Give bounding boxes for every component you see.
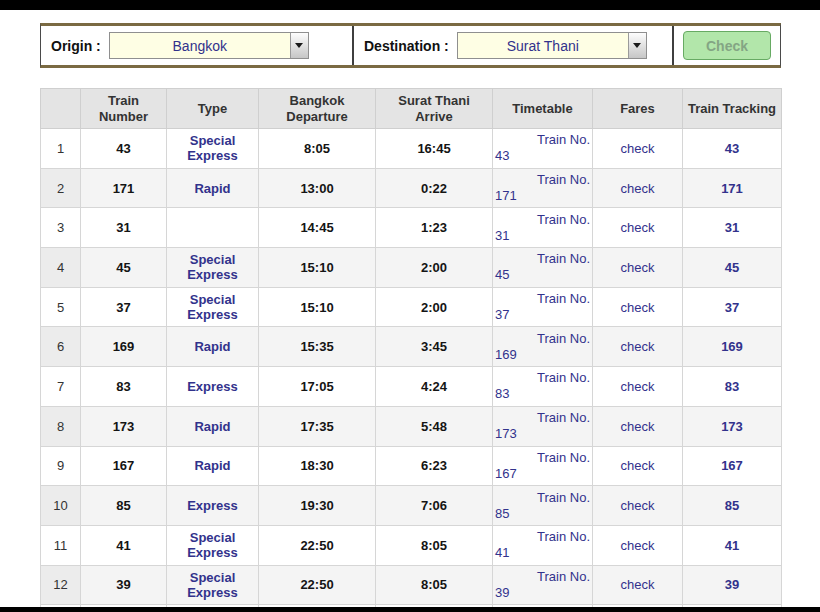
timetable-link[interactable]: Train No.45 bbox=[493, 248, 593, 288]
train-tracking-link[interactable]: 173 bbox=[683, 406, 782, 446]
row-index-cell: 6 bbox=[41, 327, 81, 367]
train-type-cell: Rapid bbox=[167, 446, 259, 486]
col-header-departure: Bangkok Departure bbox=[259, 89, 376, 129]
timetable-link-text: Train No. bbox=[495, 251, 590, 267]
timetable-link[interactable]: Train No.85 bbox=[493, 486, 593, 526]
departure-time-cell: 22:50 bbox=[259, 565, 376, 605]
origin-select-value: Bangkok bbox=[110, 38, 290, 54]
timetable-link-number: 85 bbox=[495, 506, 590, 522]
fares-check-link[interactable]: check bbox=[593, 208, 683, 248]
col-header-type: Type bbox=[167, 89, 259, 129]
fares-check-link[interactable]: check bbox=[593, 367, 683, 407]
departure-time-cell: 22:50 bbox=[259, 525, 376, 565]
timetable-link[interactable]: Train No.31 bbox=[493, 208, 593, 248]
departure-time-cell: 15:10 bbox=[259, 287, 376, 327]
origin-select[interactable]: Bangkok bbox=[109, 32, 309, 59]
timetable-table: Train Number Type Bangkok Departure Sura… bbox=[40, 88, 782, 608]
fares-check-link[interactable]: check bbox=[593, 168, 683, 208]
row-index-cell: 2 bbox=[41, 168, 81, 208]
departure-time-cell: 19:30 bbox=[259, 486, 376, 526]
train-type-cell: Special Express bbox=[167, 248, 259, 288]
timetable-link-number: 43 bbox=[495, 148, 590, 164]
fares-check-link[interactable]: check bbox=[593, 525, 683, 565]
timetable-link[interactable]: Train No.171 bbox=[493, 168, 593, 208]
arrive-time-cell: 6:23 bbox=[376, 446, 493, 486]
train-tracking-link[interactable]: 41 bbox=[683, 525, 782, 565]
train-number-cell: 39 bbox=[81, 565, 167, 605]
arrive-time-cell: 3:45 bbox=[376, 327, 493, 367]
fares-check-link[interactable]: check bbox=[593, 565, 683, 605]
fares-check-link[interactable]: check bbox=[593, 406, 683, 446]
train-tracking-link[interactable]: 43 bbox=[683, 129, 782, 169]
departure-time-cell: 18:30 bbox=[259, 446, 376, 486]
timetable-link-number: 39 bbox=[495, 585, 590, 601]
train-number-cell: 43 bbox=[81, 129, 167, 169]
train-tracking-link[interactable]: 85 bbox=[683, 486, 782, 526]
origin-section: Origin : Bangkok bbox=[41, 26, 352, 65]
table-row: 1141Special Express22:508:05Train No.41c… bbox=[41, 525, 782, 565]
train-number-cell: 171 bbox=[81, 168, 167, 208]
destination-select-arrow-icon[interactable] bbox=[628, 33, 646, 58]
train-number-cell: 31 bbox=[81, 208, 167, 248]
train-number-cell: 41 bbox=[81, 525, 167, 565]
arrive-time-cell: 0:22 bbox=[376, 168, 493, 208]
row-index-cell: 1 bbox=[41, 129, 81, 169]
train-tracking-link[interactable]: 83 bbox=[683, 367, 782, 407]
arrive-time-cell: 8:05 bbox=[376, 565, 493, 605]
fares-check-link[interactable]: check bbox=[593, 486, 683, 526]
destination-select[interactable]: Surat Thani bbox=[457, 32, 647, 59]
timetable-link-text: Train No. bbox=[495, 331, 590, 347]
train-tracking-link[interactable]: 39 bbox=[683, 565, 782, 605]
train-tracking-link[interactable]: 37 bbox=[683, 287, 782, 327]
row-index-cell: 3 bbox=[41, 208, 81, 248]
origin-label: Origin : bbox=[51, 38, 101, 54]
timetable-link[interactable]: Train No.41 bbox=[493, 525, 593, 565]
train-tracking-link[interactable]: 31 bbox=[683, 208, 782, 248]
timetable-link[interactable]: Train No.167 bbox=[493, 446, 593, 486]
arrive-time-cell: 16:45 bbox=[376, 129, 493, 169]
col-header-fares: Fares bbox=[593, 89, 683, 129]
fares-check-link[interactable]: check bbox=[593, 446, 683, 486]
departure-time-cell: 14:45 bbox=[259, 208, 376, 248]
timetable-link[interactable]: Train No.173 bbox=[493, 406, 593, 446]
fares-check-link[interactable]: check bbox=[593, 327, 683, 367]
timetable-link-text: Train No. bbox=[495, 490, 590, 506]
timetable-link-text: Train No. bbox=[495, 450, 590, 466]
table-row: 537Special Express15:102:00Train No.37ch… bbox=[41, 287, 782, 327]
train-number-cell: 45 bbox=[81, 248, 167, 288]
fares-check-link[interactable]: check bbox=[593, 287, 683, 327]
col-header-index bbox=[41, 89, 81, 129]
col-header-arrive: Surat Thani Arrive bbox=[376, 89, 493, 129]
timetable-link-number: 41 bbox=[495, 545, 590, 561]
fares-check-link[interactable]: check bbox=[593, 129, 683, 169]
table-row: 8173Rapid17:355:48Train No.173check173 bbox=[41, 406, 782, 446]
timetable-link[interactable]: Train No.43 bbox=[493, 129, 593, 169]
check-section: Check bbox=[674, 26, 780, 65]
train-tracking-link[interactable]: 167 bbox=[683, 446, 782, 486]
train-number-cell: 85 bbox=[81, 486, 167, 526]
fares-check-link[interactable]: check bbox=[593, 248, 683, 288]
origin-select-arrow-icon[interactable] bbox=[290, 33, 308, 58]
arrive-time-cell: 7:06 bbox=[376, 486, 493, 526]
row-index-cell: 11 bbox=[41, 525, 81, 565]
departure-time-cell: 15:35 bbox=[259, 327, 376, 367]
timetable-link[interactable]: Train No.169 bbox=[493, 327, 593, 367]
row-index-cell: 12 bbox=[41, 565, 81, 605]
row-index-cell: 10 bbox=[41, 486, 81, 526]
departure-time-cell: 17:35 bbox=[259, 406, 376, 446]
check-button[interactable]: Check bbox=[683, 31, 771, 60]
departure-time-cell: 17:05 bbox=[259, 367, 376, 407]
timetable-link-number: 167 bbox=[495, 466, 590, 482]
train-number-cell: 37 bbox=[81, 287, 167, 327]
train-type-cell: Rapid bbox=[167, 168, 259, 208]
table-row: 2171Rapid13:000:22Train No.171check171 bbox=[41, 168, 782, 208]
timetable-link[interactable]: Train No.37 bbox=[493, 287, 593, 327]
timetable-link-number: 83 bbox=[495, 386, 590, 402]
train-tracking-link[interactable]: 45 bbox=[683, 248, 782, 288]
train-tracking-link[interactable]: 169 bbox=[683, 327, 782, 367]
timetable-link-text: Train No. bbox=[495, 212, 590, 228]
timetable-link[interactable]: Train No.39 bbox=[493, 565, 593, 605]
train-tracking-link[interactable]: 171 bbox=[683, 168, 782, 208]
timetable-link[interactable]: Train No.83 bbox=[493, 367, 593, 407]
bottom-black-bar bbox=[0, 607, 820, 612]
